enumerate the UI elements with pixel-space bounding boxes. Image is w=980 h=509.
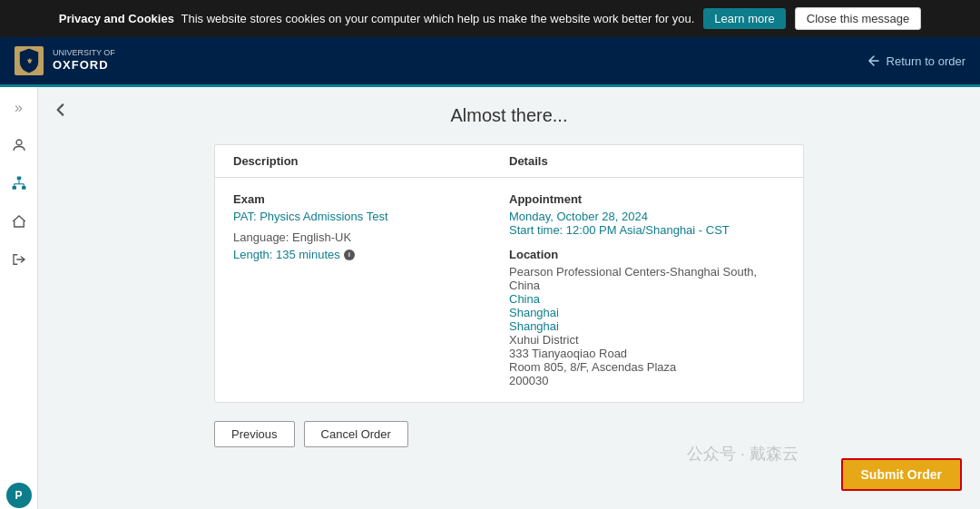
oxford-text: UNIVERSITY OF OXFORD xyxy=(53,48,115,74)
length-text: Length: 135 minutes xyxy=(233,248,340,261)
col-details-header: Details xyxy=(509,154,785,168)
user-icon xyxy=(11,137,27,153)
home-icon xyxy=(11,213,27,230)
previous-button[interactable]: Previous xyxy=(214,421,295,447)
close-cookie-button[interactable]: Close this message xyxy=(795,7,921,30)
return-label: Return to order xyxy=(887,54,965,68)
card-header: Description Details xyxy=(215,145,803,178)
location-city2: Shanghai xyxy=(509,319,785,333)
exam-label: Exam xyxy=(233,192,491,206)
location-room: Room 805, 8/F, Ascendas Plaza xyxy=(509,360,785,374)
svg-rect-4 xyxy=(22,186,26,190)
page-title: Almost there... xyxy=(56,105,962,126)
org-icon xyxy=(11,175,27,191)
svg-text:⚜: ⚜ xyxy=(26,57,33,65)
appointment-date: Monday, October 28, 2024 xyxy=(509,210,785,223)
location-district: Xuhui District xyxy=(509,333,785,347)
appointment-time: Start time: 12:00 PM Asia/Shanghai - CST xyxy=(509,223,785,237)
cookie-banner: Privacy and Cookies This website stores … xyxy=(0,0,980,37)
content-area: Almost there... Description Details Exam… xyxy=(38,87,980,509)
cookie-privacy-title: Privacy and Cookies xyxy=(59,12,174,25)
logout-icon xyxy=(11,251,27,268)
exam-length: Length: 135 minutes i xyxy=(233,248,491,261)
col-description-header: Description xyxy=(233,154,509,168)
main-layout: » P Almost there... Description Details xyxy=(0,87,980,509)
exam-name: PAT: Physics Admissions Test xyxy=(233,210,491,223)
exam-language: Language: English-UK xyxy=(233,230,491,244)
sidebar-icon-org[interactable] xyxy=(6,171,32,196)
details-card: Description Details Exam PAT: Physics Ad… xyxy=(214,144,804,403)
cookie-message: This website stores cookies on your comp… xyxy=(181,12,695,25)
submit-order-button[interactable]: Submit Order xyxy=(841,458,962,491)
return-to-order-link[interactable]: Return to order xyxy=(867,54,965,68)
sidebar-icon-logout[interactable] xyxy=(6,247,32,272)
back-button[interactable] xyxy=(53,102,69,122)
description-column: Exam PAT: Physics Admissions Test Langua… xyxy=(233,192,509,387)
cancel-order-button[interactable]: Cancel Order xyxy=(304,421,408,447)
location-city1: Shanghai xyxy=(509,306,785,319)
svg-rect-3 xyxy=(12,186,16,190)
appointment-label: Appointment xyxy=(509,192,785,206)
details-column: Appointment Monday, October 28, 2024 Sta… xyxy=(509,192,785,387)
sidebar-expand-button[interactable]: » xyxy=(11,96,26,120)
location-street: 333 Tianyaoqiao Road xyxy=(509,347,785,360)
pearson-logo[interactable]: P xyxy=(6,483,32,508)
card-body: Exam PAT: Physics Admissions Test Langua… xyxy=(215,178,803,402)
location-postcode: 200030 xyxy=(509,374,785,387)
location-label: Location xyxy=(509,248,785,261)
svg-rect-2 xyxy=(16,177,21,181)
svg-point-1 xyxy=(16,140,22,145)
sidebar-icon-user[interactable] xyxy=(6,132,32,158)
sidebar: » P xyxy=(0,87,38,509)
shield-svg: ⚜ xyxy=(17,47,41,74)
oxford-logo: ⚜ UNIVERSITY OF OXFORD xyxy=(15,46,115,75)
oxford-top-text: UNIVERSITY OF xyxy=(53,48,115,59)
oxford-bottom-text: OXFORD xyxy=(53,58,115,73)
sidebar-bottom: P xyxy=(6,483,32,508)
info-icon[interactable]: i xyxy=(344,250,355,260)
back-arrow-icon xyxy=(53,102,69,118)
sidebar-icon-home[interactable] xyxy=(6,209,32,234)
location-line2: China xyxy=(509,292,785,306)
header: ⚜ UNIVERSITY OF OXFORD Return to order xyxy=(0,37,980,84)
return-icon xyxy=(867,54,881,68)
location-line1: Pearson Professional Centers-Shanghai So… xyxy=(509,265,785,292)
oxford-shield-icon: ⚜ xyxy=(15,46,44,75)
submit-order-container: Submit Order xyxy=(841,458,962,491)
cookie-banner-text: Privacy and Cookies This website stores … xyxy=(59,12,695,25)
learn-more-button[interactable]: Learn more xyxy=(703,8,785,29)
action-row: Previous Cancel Order xyxy=(214,421,804,447)
